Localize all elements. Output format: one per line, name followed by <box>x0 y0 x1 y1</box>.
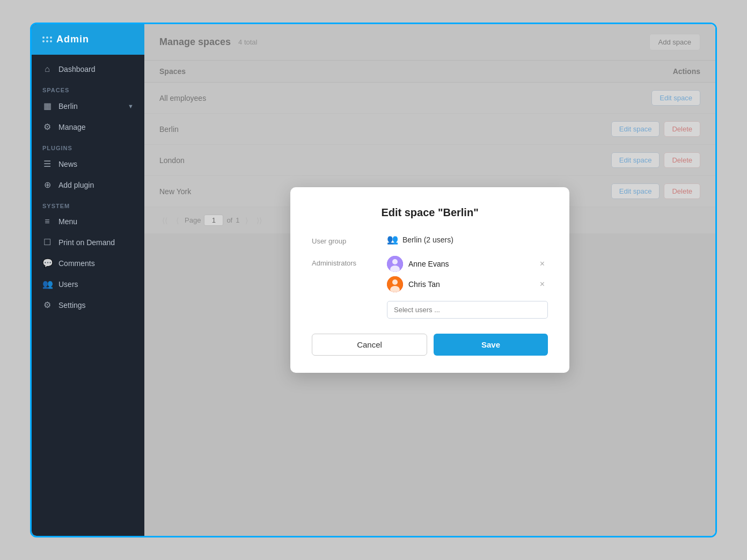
section-label-spaces: SPACES <box>32 79 144 95</box>
sidebar-item-print-on-demand[interactable]: ☐ Print on Demand <box>32 232 144 253</box>
remove-admin-chris-button[interactable]: × <box>537 278 548 290</box>
user-group-label: User group <box>312 234 387 245</box>
sidebar-manage-label: Manage <box>58 123 86 131</box>
sidebar-logo: Admin <box>32 24 144 55</box>
sidebar-berlin-label: Berlin <box>58 102 78 110</box>
comments-icon: 💬 <box>42 258 52 268</box>
modal-overlay: Edit space "Berlin" User group 👥 Berlin … <box>144 24 715 536</box>
sidebar-add-plugin-label: Add plugin <box>58 181 94 189</box>
admin-item-anne: Anne Evans × <box>387 256 548 272</box>
avatar-chris <box>387 276 403 292</box>
users-icon: 👥 <box>42 279 52 289</box>
sidebar-item-manage[interactable]: ⚙ Manage <box>32 116 144 137</box>
add-icon: ⊕ <box>42 180 52 190</box>
section-label-plugins: PLUGINS <box>32 137 144 153</box>
user-group-icon: 👥 <box>387 234 398 245</box>
user-group-value: 👥 Berlin (2 users) <box>387 234 548 245</box>
admin-item-chris: Chris Tan × <box>387 276 548 292</box>
main-content: Manage spaces 4 total Add space Spaces A… <box>144 24 715 536</box>
gear-icon: ⚙ <box>42 122 52 132</box>
settings-icon: ⚙ <box>42 300 52 310</box>
sidebar-settings-label: Settings <box>58 301 86 310</box>
sidebar-item-comments[interactable]: 💬 Comments <box>32 253 144 274</box>
modal-actions: Cancel Save <box>312 334 548 356</box>
logo-dots-icon <box>42 36 52 42</box>
news-icon: ☰ <box>42 159 52 169</box>
sidebar-comments-label: Comments <box>58 259 95 268</box>
edit-space-modal: Edit space "Berlin" User group 👥 Berlin … <box>290 187 569 373</box>
sidebar-item-menu[interactable]: ≡ Menu <box>32 211 144 232</box>
sidebar-item-label: Dashboard <box>58 65 96 73</box>
avatar-anne-image <box>387 256 403 272</box>
administrators-label: Administrators <box>312 256 387 267</box>
admin-name-anne: Anne Evans <box>408 260 449 268</box>
sidebar-item-add-plugin[interactable]: ⊕ Add plugin <box>32 174 144 195</box>
grid-icon: ▦ <box>42 101 52 111</box>
user-group-display: 👥 Berlin (2 users) <box>387 234 548 245</box>
admin-list: Anne Evans × <box>387 256 548 319</box>
sidebar-item-users[interactable]: 👥 Users <box>32 274 144 294</box>
app-title: Admin <box>56 34 89 45</box>
remove-admin-anne-button[interactable]: × <box>537 258 548 270</box>
section-label-system: SYSTEM <box>32 195 144 211</box>
modal-title: Edit space "Berlin" <box>312 207 548 219</box>
svg-point-1 <box>392 259 398 264</box>
administrators-value: Anne Evans × <box>387 256 548 319</box>
sidebar-menu-label: Menu <box>58 217 77 226</box>
avatar-anne <box>387 256 403 272</box>
select-users-input[interactable] <box>387 301 548 319</box>
home-icon: ⌂ <box>42 64 52 74</box>
svg-point-4 <box>392 279 398 285</box>
sidebar-users-label: Users <box>58 280 78 289</box>
sidebar: Admin ⌂ Dashboard SPACES ▦ Berlin ▼ ⚙ Ma… <box>32 24 144 536</box>
sidebar-item-news[interactable]: ☰ News <box>32 153 144 174</box>
menu-icon: ≡ <box>42 217 52 226</box>
sidebar-item-dashboard[interactable]: ⌂ Dashboard <box>32 59 144 79</box>
user-group-text: Berlin (2 users) <box>402 235 453 244</box>
save-button[interactable]: Save <box>434 334 548 356</box>
modal-user-group-field: User group 👥 Berlin (2 users) <box>312 234 548 245</box>
modal-administrators-field: Administrators <box>312 256 548 319</box>
admin-name-chris: Chris Tan <box>408 280 440 289</box>
avatar-chris-image <box>387 276 403 292</box>
sidebar-item-settings[interactable]: ⚙ Settings <box>32 294 144 315</box>
print-icon: ☐ <box>42 237 52 247</box>
sidebar-print-label: Print on Demand <box>58 238 115 247</box>
chevron-down-icon: ▼ <box>128 103 134 109</box>
sidebar-item-berlin[interactable]: ▦ Berlin ▼ <box>32 95 144 116</box>
sidebar-nav: ⌂ Dashboard SPACES ▦ Berlin ▼ ⚙ Manage P… <box>32 55 144 536</box>
cancel-button[interactable]: Cancel <box>312 334 427 356</box>
sidebar-news-label: News <box>58 160 77 168</box>
